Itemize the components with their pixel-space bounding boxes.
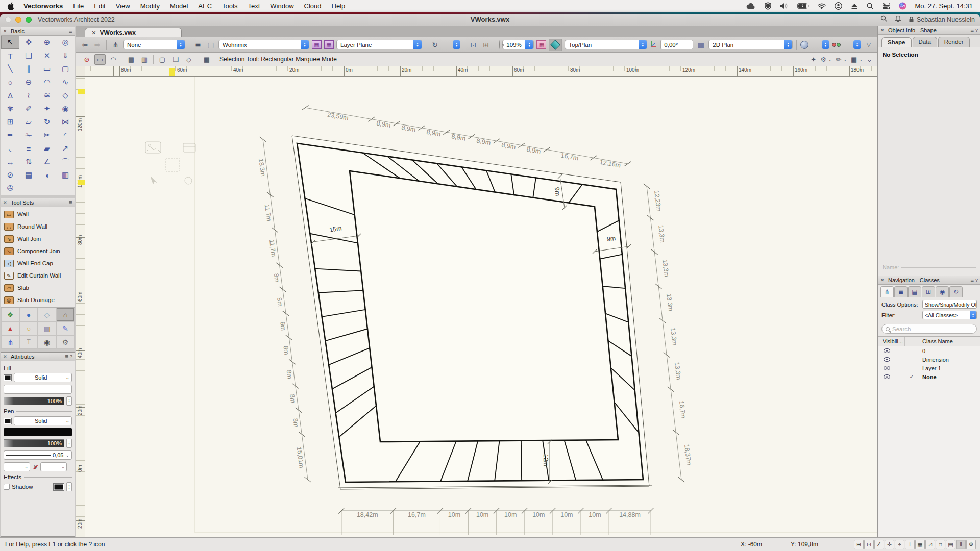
move-by-points-tool[interactable]: ↗	[56, 142, 75, 155]
snap-settings-icon[interactable]: ⚙	[966, 540, 976, 549]
intersection-snap-icon[interactable]: ✛	[885, 540, 894, 549]
tool-category-site-planning[interactable]: ❖	[1, 308, 19, 321]
tool-category-building-shell[interactable]: ⌂	[56, 308, 75, 321]
tool-sets-palette-header[interactable]: ✕ Tool Sets ≣	[1, 198, 75, 207]
rotate-tool[interactable]: ↻	[38, 115, 56, 129]
render-style-globe-icon[interactable]	[800, 41, 808, 49]
balloon-selection-mode[interactable]: ❏	[170, 54, 181, 65]
object-snap-icon[interactable]: ⊡	[864, 540, 874, 549]
class-row-none[interactable]: ✓None	[878, 372, 980, 381]
menu-clock[interactable]: Mo. 27. Sept. 14:31	[915, 2, 973, 10]
active-layer-select[interactable]: Wohnmix▲▼	[218, 40, 309, 49]
arc-tool[interactable]: ◠	[38, 76, 56, 89]
shadow-checkbox[interactable]	[4, 484, 10, 490]
tool-set-item-wall[interactable]: ▭Wall	[1, 208, 75, 220]
class-row-0[interactable]: 0	[878, 346, 980, 355]
regular-polygon-tool[interactable]: ◇	[56, 89, 75, 102]
grid-icon[interactable]: ▦	[696, 39, 706, 51]
hardscape-tool[interactable]: ✇	[1, 182, 19, 195]
menu-tools[interactable]: Tools	[217, 2, 242, 10]
snapping-settings-icon[interactable]: ⚙	[820, 56, 826, 63]
close-tab-icon[interactable]: ✕	[91, 30, 96, 36]
viewbar-overflow-chevron-icon[interactable]: ▽	[864, 39, 874, 51]
class-options-select[interactable]: Show/Snap/Modify Oth...▲▼	[922, 300, 977, 309]
cloud-icon[interactable]	[746, 3, 756, 9]
fit-objects-icon[interactable]: ⊞	[481, 39, 491, 51]
appearance-pref-icon[interactable]: ▦	[851, 56, 857, 63]
tool-set-item-slab-drainage[interactable]: ◎Slab Drainage	[1, 294, 75, 306]
class-search-field[interactable]	[881, 324, 977, 334]
user-session[interactable]: Sebastian Nuesslein	[909, 16, 975, 23]
class-row-dimension[interactable]: Dimension	[878, 355, 980, 364]
viewports-tab-icon[interactable]: ⊞	[922, 286, 935, 297]
pause-snapping-icon[interactable]: ‖	[956, 540, 966, 549]
palette-menu-icon[interactable]: ≣ ?	[65, 354, 72, 359]
interactive-scaling-mode[interactable]: ▦	[201, 54, 212, 65]
menu-file[interactable]: File	[68, 2, 89, 10]
offset-tool[interactable]: ≡	[19, 142, 38, 155]
palette-menu-icon[interactable]: ≣	[68, 200, 72, 205]
split-tool[interactable]: ✂	[38, 129, 56, 142]
visibility-column-header[interactable]: Visibili...	[878, 337, 905, 346]
design-layer-icon[interactable]: ▦	[312, 40, 322, 49]
tab-shape[interactable]: Shape	[881, 37, 912, 47]
drawing-canvas[interactable]: 80m60m40m20m0m20m40m60m80m100m120m140m16…	[76, 66, 877, 537]
active-column-header[interactable]	[905, 337, 918, 346]
sheet-layers-tab-icon[interactable]: ▤	[908, 286, 921, 297]
layer-options-icon[interactable]: ▦	[324, 40, 334, 49]
palette-menu-icon[interactable]: ≣ ?	[970, 278, 978, 283]
marquee-lasso-mode[interactable]: ◠	[108, 54, 119, 65]
close-palette-icon[interactable]: ✕	[3, 354, 8, 359]
line-style-start-select[interactable]: ⌄	[4, 462, 30, 471]
dim-linear-tool[interactable]: ↔	[1, 155, 19, 168]
polygon-tool[interactable]: ∆	[1, 89, 19, 102]
layers-icon[interactable]: ≣	[193, 39, 203, 51]
control-center-icon[interactable]	[883, 3, 890, 9]
select-similar-tool[interactable]: ◉	[56, 102, 75, 115]
pen-opacity-slider[interactable]: 100%	[4, 439, 64, 447]
freehand-tool[interactable]: ∿	[56, 76, 75, 89]
notifications-bell-icon[interactable]	[895, 15, 901, 24]
titlebar-search-icon[interactable]	[880, 15, 888, 24]
tool-category-site-plan[interactable]: ◇	[38, 308, 56, 321]
basic-palette-header[interactable]: ✕ Basic ≣	[1, 27, 75, 36]
object-info-header[interactable]: ✕ Object Info - Shape ≣ ?	[878, 26, 980, 35]
trim-tool[interactable]: ✁	[19, 129, 38, 142]
chamfer-tool[interactable]: ◟	[1, 142, 19, 155]
close-palette-icon[interactable]: ✕	[3, 29, 8, 34]
fill-style-select[interactable]: Solid⌄	[14, 373, 72, 382]
double-line-tool[interactable]: ∥	[19, 62, 38, 76]
menu-cloud[interactable]: Cloud	[299, 2, 327, 10]
reshape-tool[interactable]: ▱	[19, 115, 38, 129]
polygon-marquee-mode[interactable]: ◇	[183, 54, 194, 65]
menu-view[interactable]: View	[111, 2, 135, 10]
visibility-eye-icon[interactable]	[878, 365, 905, 371]
menu-help[interactable]: Help	[327, 2, 351, 10]
pen-color-bar[interactable]	[4, 428, 72, 436]
menu-text[interactable]: Text	[242, 2, 265, 10]
tool-set-item-wall-end-cap[interactable]: ◁Wall End Cap	[1, 257, 75, 269]
callout-tool[interactable]: ❏	[19, 49, 38, 62]
delete-tool[interactable]: ✕	[38, 49, 56, 62]
saved-views-tab-icon[interactable]: ◉	[936, 286, 949, 297]
references-tab-icon[interactable]: ↻	[949, 286, 963, 297]
account-icon[interactable]	[835, 2, 842, 10]
overflow-chevron-icon[interactable]: ⌄	[867, 56, 872, 63]
wand-tool[interactable]: ✦	[38, 102, 56, 115]
distance-snap-icon[interactable]: ⊥	[905, 540, 915, 549]
active-plane-select[interactable]: Layer Plane▲▼	[336, 40, 422, 49]
smart-point-snap-icon[interactable]: ⌖	[895, 540, 904, 549]
search-icon[interactable]	[867, 3, 874, 10]
eraser-tool[interactable]: ▰	[38, 142, 56, 155]
class-filter-select[interactable]: <All Classes>▲▼	[922, 311, 977, 319]
floor-plan-drawing[interactable]: 23,59m8,9m8,9m8,9m8,9m8,9m8,9m8,9m16,7m1…	[85, 77, 877, 537]
apple-menu-icon[interactable]	[7, 2, 14, 10]
tool-category-camera-render[interactable]: ◉	[38, 335, 56, 349]
tangent-snap-icon[interactable]: ⊿	[925, 540, 935, 549]
dim-diameter-tool[interactable]: ⊘	[1, 168, 19, 182]
polyline-tool[interactable]: ≀	[19, 89, 38, 102]
menu-edit[interactable]: Edit	[89, 2, 110, 10]
unlink-markers-icon[interactable]: 8	[32, 464, 38, 470]
unified-view-toggle[interactable]	[549, 39, 562, 51]
tool-category-machine-design[interactable]: ⚙	[56, 335, 75, 349]
